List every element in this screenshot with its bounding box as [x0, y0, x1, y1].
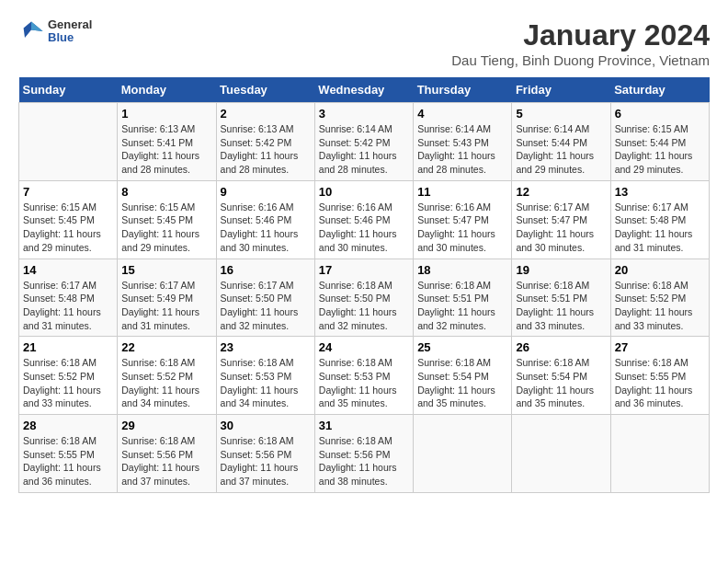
header-day-sunday: Sunday	[19, 77, 118, 103]
day-info: Sunrise: 6:16 AM Sunset: 5:46 PM Dayligh…	[319, 201, 409, 255]
page-subtitle: Dau Tieng, Binh Duong Province, Vietnam	[451, 52, 710, 68]
day-number: 4	[417, 107, 507, 121]
svg-marker-1	[31, 22, 43, 32]
day-number: 10	[319, 185, 409, 199]
day-number: 17	[319, 263, 409, 277]
day-info: Sunrise: 6:15 AM Sunset: 5:44 PM Dayligh…	[615, 122, 705, 177]
calendar-week-row: 21Sunrise: 6:18 AM Sunset: 5:52 PM Dayli…	[19, 337, 710, 415]
day-info: Sunrise: 6:13 AM Sunset: 5:42 PM Dayligh…	[221, 122, 311, 177]
day-number: 12	[516, 185, 606, 199]
day-number: 7	[23, 185, 113, 199]
day-number: 27	[615, 340, 705, 354]
day-number: 24	[319, 340, 409, 354]
day-number: 21	[23, 340, 113, 354]
header-day-thursday: Thursday	[414, 77, 512, 103]
calendar-cell: 30Sunrise: 6:18 AM Sunset: 5:56 PM Dayli…	[216, 415, 314, 493]
day-info: Sunrise: 6:18 AM Sunset: 5:56 PM Dayligh…	[319, 434, 409, 488]
day-info: Sunrise: 6:16 AM Sunset: 5:47 PM Dayligh…	[417, 201, 507, 255]
day-number: 5	[516, 107, 606, 121]
day-number: 1	[121, 107, 211, 121]
day-number: 19	[516, 263, 606, 277]
calendar-cell: 24Sunrise: 6:18 AM Sunset: 5:53 PM Dayli…	[314, 337, 413, 415]
page-header: General Blue January 2024 Dau Tieng, Bin…	[18, 18, 710, 68]
day-info: Sunrise: 6:18 AM Sunset: 5:52 PM Dayligh…	[23, 356, 113, 410]
day-info: Sunrise: 6:14 AM Sunset: 5:42 PM Dayligh…	[319, 122, 409, 177]
calendar-cell: 28Sunrise: 6:18 AM Sunset: 5:55 PM Dayli…	[19, 415, 118, 493]
day-info: Sunrise: 6:17 AM Sunset: 5:49 PM Dayligh…	[121, 279, 211, 333]
day-info: Sunrise: 6:18 AM Sunset: 5:51 PM Dayligh…	[417, 279, 507, 333]
day-number: 2	[221, 107, 311, 121]
calendar-week-row: 14Sunrise: 6:17 AM Sunset: 5:48 PM Dayli…	[19, 259, 710, 337]
day-info: Sunrise: 6:18 AM Sunset: 5:51 PM Dayligh…	[516, 279, 606, 333]
day-number: 28	[23, 419, 113, 432]
day-info: Sunrise: 6:17 AM Sunset: 5:48 PM Dayligh…	[615, 201, 705, 255]
day-number: 30	[221, 419, 311, 432]
day-info: Sunrise: 6:13 AM Sunset: 5:41 PM Dayligh…	[121, 122, 211, 177]
calendar-cell: 17Sunrise: 6:18 AM Sunset: 5:50 PM Dayli…	[314, 259, 413, 337]
calendar-cell	[19, 103, 118, 181]
day-info: Sunrise: 6:18 AM Sunset: 5:53 PM Dayligh…	[319, 356, 409, 410]
day-number: 13	[615, 185, 705, 199]
calendar-header: SundayMondayTuesdayWednesdayThursdayFrid…	[19, 77, 710, 103]
logo-text: General Blue	[48, 18, 92, 45]
calendar-cell: 23Sunrise: 6:18 AM Sunset: 5:53 PM Dayli…	[216, 337, 314, 415]
day-info: Sunrise: 6:17 AM Sunset: 5:47 PM Dayligh…	[516, 201, 606, 255]
header-day-saturday: Saturday	[610, 77, 709, 103]
logo-general: General	[48, 18, 92, 31]
calendar-cell: 11Sunrise: 6:16 AM Sunset: 5:47 PM Dayli…	[414, 180, 512, 259]
day-number: 25	[417, 340, 507, 354]
calendar-cell: 18Sunrise: 6:18 AM Sunset: 5:51 PM Dayli…	[414, 259, 512, 337]
day-number: 3	[319, 107, 409, 121]
day-number: 15	[121, 263, 211, 277]
calendar-cell	[414, 415, 512, 493]
calendar-cell: 3Sunrise: 6:14 AM Sunset: 5:42 PM Daylig…	[314, 103, 413, 181]
calendar-cell: 5Sunrise: 6:14 AM Sunset: 5:44 PM Daylig…	[512, 103, 610, 181]
day-info: Sunrise: 6:18 AM Sunset: 5:55 PM Dayligh…	[23, 434, 113, 488]
logo-icon	[18, 18, 44, 44]
calendar-week-row: 7Sunrise: 6:15 AM Sunset: 5:45 PM Daylig…	[19, 180, 710, 259]
day-info: Sunrise: 6:16 AM Sunset: 5:46 PM Dayligh…	[221, 201, 311, 255]
calendar-cell: 14Sunrise: 6:17 AM Sunset: 5:48 PM Dayli…	[19, 259, 118, 337]
day-info: Sunrise: 6:17 AM Sunset: 5:50 PM Dayligh…	[221, 279, 311, 333]
day-info: Sunrise: 6:17 AM Sunset: 5:48 PM Dayligh…	[23, 279, 113, 333]
calendar-cell: 12Sunrise: 6:17 AM Sunset: 5:47 PM Dayli…	[512, 180, 610, 259]
day-number: 8	[121, 185, 211, 199]
day-number: 6	[615, 107, 705, 121]
header-day-tuesday: Tuesday	[216, 77, 314, 103]
day-info: Sunrise: 6:15 AM Sunset: 5:45 PM Dayligh…	[23, 201, 113, 255]
title-block: January 2024 Dau Tieng, Binh Duong Provi…	[451, 18, 710, 68]
header-row: SundayMondayTuesdayWednesdayThursdayFrid…	[19, 77, 710, 103]
day-info: Sunrise: 6:18 AM Sunset: 5:54 PM Dayligh…	[516, 356, 606, 410]
day-number: 23	[221, 340, 311, 354]
day-info: Sunrise: 6:18 AM Sunset: 5:55 PM Dayligh…	[615, 356, 705, 410]
day-number: 22	[121, 340, 211, 354]
calendar-cell: 26Sunrise: 6:18 AM Sunset: 5:54 PM Dayli…	[512, 337, 610, 415]
calendar-cell	[610, 415, 709, 493]
day-info: Sunrise: 6:18 AM Sunset: 5:54 PM Dayligh…	[417, 356, 507, 410]
day-info: Sunrise: 6:14 AM Sunset: 5:44 PM Dayligh…	[516, 122, 606, 177]
day-number: 31	[319, 419, 409, 432]
day-info: Sunrise: 6:18 AM Sunset: 5:56 PM Dayligh…	[121, 434, 211, 488]
calendar-cell: 4Sunrise: 6:14 AM Sunset: 5:43 PM Daylig…	[414, 103, 512, 181]
day-number: 9	[221, 185, 311, 199]
calendar-cell: 8Sunrise: 6:15 AM Sunset: 5:45 PM Daylig…	[118, 180, 216, 259]
calendar-cell: 2Sunrise: 6:13 AM Sunset: 5:42 PM Daylig…	[216, 103, 314, 181]
day-number: 26	[516, 340, 606, 354]
calendar-cell: 1Sunrise: 6:13 AM Sunset: 5:41 PM Daylig…	[118, 103, 216, 181]
calendar-cell: 27Sunrise: 6:18 AM Sunset: 5:55 PM Dayli…	[610, 337, 709, 415]
day-info: Sunrise: 6:18 AM Sunset: 5:53 PM Dayligh…	[221, 356, 311, 410]
calendar-table: SundayMondayTuesdayWednesdayThursdayFrid…	[18, 77, 710, 493]
header-day-wednesday: Wednesday	[314, 77, 413, 103]
calendar-cell: 22Sunrise: 6:18 AM Sunset: 5:52 PM Dayli…	[118, 337, 216, 415]
calendar-cell: 16Sunrise: 6:17 AM Sunset: 5:50 PM Dayli…	[216, 259, 314, 337]
calendar-cell: 31Sunrise: 6:18 AM Sunset: 5:56 PM Dayli…	[314, 415, 413, 493]
day-info: Sunrise: 6:18 AM Sunset: 5:52 PM Dayligh…	[121, 356, 211, 410]
day-number: 29	[121, 419, 211, 432]
day-info: Sunrise: 6:14 AM Sunset: 5:43 PM Dayligh…	[417, 122, 507, 177]
day-number: 14	[23, 263, 113, 277]
day-number: 11	[417, 185, 507, 199]
calendar-cell: 7Sunrise: 6:15 AM Sunset: 5:45 PM Daylig…	[19, 180, 118, 259]
calendar-cell: 25Sunrise: 6:18 AM Sunset: 5:54 PM Dayli…	[414, 337, 512, 415]
calendar-cell: 15Sunrise: 6:17 AM Sunset: 5:49 PM Dayli…	[118, 259, 216, 337]
header-day-friday: Friday	[512, 77, 610, 103]
